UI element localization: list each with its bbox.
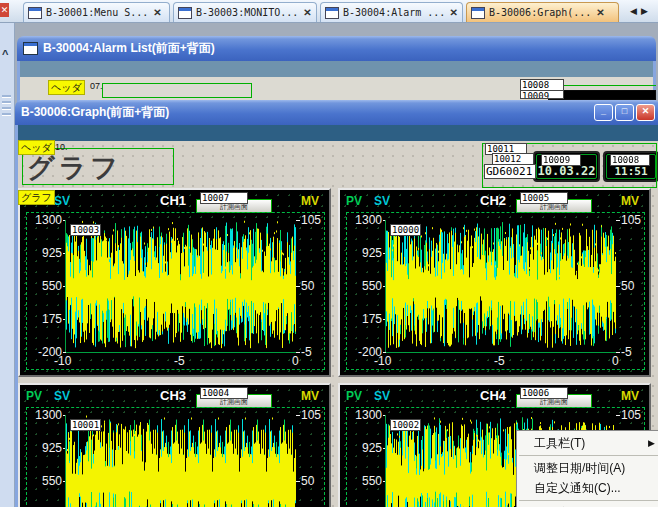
channel-label: CH1	[160, 193, 186, 208]
tab-close-icon[interactable]: ✕	[303, 7, 311, 18]
x-axis-tick: 0	[612, 354, 619, 368]
address-label: 10004	[200, 387, 248, 399]
x-axis-tick: -5	[494, 354, 505, 368]
y-axis-tick: 550	[342, 279, 382, 293]
panel-close-icon[interactable]: ✕	[0, 3, 9, 17]
plot-bottom-axis	[66, 352, 296, 353]
mv-label: MV	[621, 389, 639, 403]
menu-separator	[519, 500, 658, 501]
address-label: 10007	[200, 192, 248, 204]
menu-item-toolbar[interactable]: 工具栏(T) ▶	[517, 433, 658, 453]
header-part-tag: ヘッダ	[48, 80, 85, 95]
y-axis-tick: 925	[22, 441, 62, 455]
grip-handle	[2, 95, 11, 98]
tab-scroll-buttons: ◀ ▶	[622, 2, 656, 20]
tab-scroll-right-icon[interactable]: ▶	[641, 6, 648, 16]
tab-close-icon[interactable]: ✕	[596, 7, 604, 18]
button-label: 計測画面	[220, 398, 248, 405]
right-axis-tick: 105	[301, 408, 331, 422]
device-address-label: GD60021	[484, 164, 536, 179]
menu-item-custom-notification[interactable]: 自定义通知(C)...	[517, 478, 658, 498]
maximize-button[interactable]: □	[615, 104, 634, 121]
part-underline	[561, 85, 656, 86]
right-axis-tick: -5	[301, 345, 331, 359]
alarm-window-titlebar[interactable]: B-30004:Alarm List(前面+背面)	[17, 36, 656, 61]
y-axis-tick: 925	[342, 441, 382, 455]
right-axis-tick: 50	[301, 474, 331, 488]
graph-part-tag: グラフ	[18, 190, 55, 205]
pv-label: PV	[26, 389, 42, 403]
window-icon	[23, 42, 38, 55]
button-label: 計測画面	[540, 203, 568, 210]
alarm-canvas-margin	[20, 61, 653, 77]
plot-bottom-axis	[386, 352, 616, 353]
y-axis-tick: 925	[342, 246, 382, 260]
tab-b30006-graph[interactable]: B-30006:Graph(... ✕	[466, 2, 619, 22]
mv-label: MV	[301, 389, 319, 403]
screen-title-text: グラフ	[27, 150, 122, 186]
y-axis-tick: 1300	[342, 408, 382, 422]
graph-window-titlebar[interactable]: B-30006:Graph(前面+背面) _ □ ✕	[15, 100, 658, 125]
sv-label: SV	[374, 194, 390, 208]
tab-b30003-monitor[interactable]: B-30003:MONITO... ✕	[173, 2, 317, 22]
tab-close-icon[interactable]: ✕	[153, 7, 161, 18]
y-axis-tick: 550	[22, 474, 62, 488]
y-axis-tick: 550	[22, 279, 62, 293]
left-dock-strip[interactable]: ^	[0, 22, 15, 507]
tab-close-icon[interactable]: ✕	[450, 7, 458, 18]
right-axis-tick: 105	[621, 408, 651, 422]
y-axis-tick: 1300	[342, 213, 382, 227]
mv-label: MV	[621, 194, 639, 208]
minimize-button[interactable]: _	[594, 104, 613, 121]
address-label: 10001	[70, 419, 101, 431]
screen-icon	[28, 7, 42, 19]
trend-waveform	[386, 220, 616, 352]
address-label: 10003	[70, 224, 101, 236]
tab-b30001-menu[interactable]: B-30001:Menu S... ✕	[23, 2, 170, 22]
tab-b30004-alarm[interactable]: B-30004:Alarm ... ✕	[320, 2, 463, 22]
address-label: 10009	[541, 154, 581, 166]
address-label: 10000	[390, 224, 421, 236]
graph-panel-ch2: PV SV CH2 10005 計測画面 MV 1300 925 550 175…	[338, 188, 651, 377]
mv-label: MV	[301, 194, 319, 208]
window-title: B-30004:Alarm List(前面+背面)	[43, 40, 215, 57]
channel-label: CH3	[160, 388, 186, 403]
address-label: 10008	[610, 154, 650, 166]
sv-label: SV	[374, 389, 390, 403]
mdi-tab-bar: B-30001:Menu S... ✕ B-30003:MONITO... ✕ …	[0, 0, 658, 23]
address-label: 10009	[520, 90, 564, 99]
alarm-title-part-outline[interactable]	[102, 83, 252, 98]
graph-panel-ch1: PV SV CH1 10007 計測画面 MV 1300 925 550 175…	[18, 188, 331, 377]
sv-label: SV	[54, 389, 70, 403]
screen-icon	[471, 7, 485, 19]
y-axis-tick: 175	[342, 312, 382, 326]
pv-label: PV	[346, 389, 362, 403]
y-axis-tick: 175	[22, 312, 62, 326]
right-axis-tick: 50	[621, 279, 651, 293]
tab-scroll-left-icon[interactable]: ◀	[630, 6, 637, 16]
collapse-chevron-icon[interactable]: ^	[2, 48, 8, 60]
submenu-arrow-icon: ▶	[648, 433, 655, 453]
right-axis-tick: -5	[621, 345, 651, 359]
close-button[interactable]: ✕	[636, 104, 655, 121]
y-axis-tick: 1300	[22, 213, 62, 227]
right-axis-tick: 105	[621, 213, 651, 227]
menu-item-cascade-windows[interactable]: 层叠窗口(C)	[517, 503, 658, 507]
x-axis-tick: 0	[292, 354, 299, 368]
menu-item-adjust-datetime[interactable]: 调整日期/时间(A)	[517, 458, 658, 478]
x-axis-tick: -10	[374, 354, 391, 368]
screen-icon	[178, 7, 192, 19]
grip-handle	[2, 113, 11, 116]
alarm-display-part[interactable]	[548, 90, 656, 100]
trend-waveform	[66, 220, 296, 352]
context-menu: 工具栏(T) ▶ 调整日期/时间(A) 自定义通知(C)... 层叠窗口(C)	[516, 430, 658, 507]
part-id-text: 07.	[90, 81, 103, 91]
x-axis-tick: -10	[54, 354, 71, 368]
window-title: B-30006:Graph(前面+背面)	[21, 104, 169, 121]
channel-label: CH4	[480, 388, 506, 403]
grip-handle	[2, 101, 11, 104]
screen-editor-workspace: { "tab_bar": { "tabs": [ {"label": "B-30…	[0, 0, 658, 507]
graph-panel-ch3: PV SV CH3 10004 計測画面 MV 1300 925 550 175…	[18, 383, 331, 507]
y-axis-tick: 550	[342, 474, 382, 488]
grip-handle	[2, 107, 11, 110]
